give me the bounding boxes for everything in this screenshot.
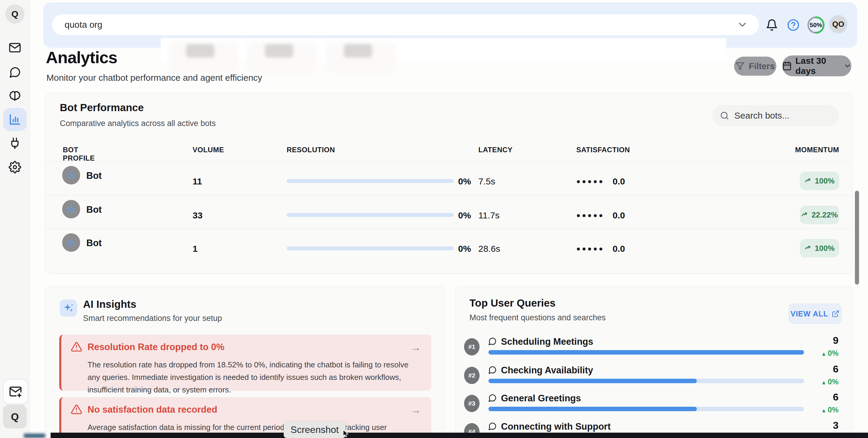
bot-row[interactable]: Bot330%11.7s●●●●●0.022.22% xyxy=(45,195,852,229)
sidebar-item-brain[interactable] xyxy=(9,90,21,103)
bot-search-input[interactable] xyxy=(734,110,830,121)
query-count: 6 xyxy=(833,391,839,403)
query-bar-fill xyxy=(489,379,697,383)
ai-insights-card: AI Insights Smart recommendations for yo… xyxy=(45,286,445,438)
external-link-icon xyxy=(832,310,839,318)
bot-avatar xyxy=(62,233,80,252)
query-change: ▲0% xyxy=(821,378,839,386)
chat-bubble-icon xyxy=(488,337,497,346)
bar-chart-icon xyxy=(8,113,22,126)
mouse-cursor xyxy=(342,429,351,438)
query-count: 3 xyxy=(833,419,839,431)
notifications-button[interactable] xyxy=(765,19,778,32)
arrow-right-icon[interactable]: → xyxy=(410,341,421,354)
bot-latency: 11.7s xyxy=(478,210,499,221)
account-avatar[interactable]: Q xyxy=(3,405,27,429)
bell-icon xyxy=(766,19,778,31)
view-all-button[interactable]: VIEW ALL xyxy=(788,303,841,324)
usage-ring[interactable]: 50% xyxy=(807,16,825,34)
alert-body: The resolution rate has dropped from 18.… xyxy=(88,358,413,396)
bot-performance-title: Bot Performance xyxy=(60,101,144,114)
query-row[interactable]: #3General Greetings6▲0% xyxy=(456,390,852,418)
top-queries-title: Top User Queries xyxy=(469,297,555,309)
bot-resolution: 0% xyxy=(458,244,471,254)
app-logo[interactable]: Q xyxy=(5,4,24,24)
query-bar-fill xyxy=(489,407,697,411)
mail-plus-icon xyxy=(9,385,22,398)
bot-search[interactable] xyxy=(712,105,839,126)
query-row[interactable]: #1Scheduling Meetings9▲0% xyxy=(456,333,852,361)
mail-icon xyxy=(9,41,21,54)
triangle-up-icon: ▲ xyxy=(821,407,827,414)
satisfaction-dots: ●●●●● xyxy=(576,244,604,253)
resolution-bar xyxy=(287,179,454,183)
triangle-up-icon: ▲ xyxy=(821,379,827,385)
rank-badge: #3 xyxy=(464,395,479,412)
chevron-down-icon[interactable] xyxy=(737,19,748,30)
bot-row[interactable]: Bot10%28.6s●●●●●0.0100% xyxy=(45,229,852,270)
help-button[interactable] xyxy=(787,19,800,32)
top-queries-subtitle: Most frequent questions and searches xyxy=(469,313,606,322)
query-change: ▲0% xyxy=(821,406,839,414)
momentum-value: 100% xyxy=(815,244,835,253)
bot-performance-card: Bot Performance Comparative analytics ac… xyxy=(45,93,852,273)
page-subtitle: Monitor your chatbot performance and age… xyxy=(46,73,262,83)
arrow-right-icon[interactable]: → xyxy=(410,404,421,416)
bot-volume: 33 xyxy=(193,210,203,221)
scrollbar-thumb[interactable] xyxy=(855,191,859,285)
bot-satisfaction: 0.0 xyxy=(613,210,625,221)
query-row[interactable]: #2Checking Availability6▲0% xyxy=(456,362,852,390)
sidebar-item-settings[interactable] xyxy=(9,161,21,173)
usage-percent: 50% xyxy=(807,16,825,34)
global-search-input[interactable] xyxy=(52,14,759,35)
bot-name: Bot xyxy=(86,238,102,249)
sidebar-item-integrations[interactable] xyxy=(9,137,21,150)
triangle-up-icon: ▲ xyxy=(821,351,827,357)
insight-alert[interactable]: Resolution Rate dropped to 0% → The reso… xyxy=(59,334,431,390)
screenshot-tooltip: Screenshot xyxy=(284,421,346,438)
momentum-value: 22.22% xyxy=(811,210,838,220)
search-icon xyxy=(720,111,729,120)
col-volume: VOLUME xyxy=(193,146,224,154)
bottom-edge-artifact xyxy=(24,434,45,438)
date-range-button[interactable]: Last 30 days xyxy=(782,55,851,76)
gear-icon xyxy=(9,161,21,173)
filters-label: Filters xyxy=(749,61,775,71)
plug-icon xyxy=(9,137,21,150)
trending-up-icon xyxy=(804,177,812,185)
query-bar-fill xyxy=(489,350,804,355)
skeleton-card xyxy=(326,42,396,73)
filters-button[interactable]: Filters xyxy=(734,57,776,76)
page-title: Analytics xyxy=(46,48,117,67)
chat-icon xyxy=(9,66,21,79)
sidebar-item-chat[interactable] xyxy=(9,66,21,79)
alert-title: No satisfaction data recorded xyxy=(88,404,217,415)
query-label: General Greetings xyxy=(501,393,581,404)
query-count: 6 xyxy=(833,363,839,375)
query-bar-track xyxy=(489,379,804,383)
query-count: 9 xyxy=(833,334,839,346)
sidebar-item-analytics-active[interactable] xyxy=(3,108,27,131)
bot-name: Bot xyxy=(86,204,102,215)
bot-row[interactable]: Bot110%7.5s●●●●●0.0100% xyxy=(45,161,852,196)
bottom-window-edge xyxy=(51,433,868,438)
bot-volume: 11 xyxy=(193,176,202,186)
sparkles-icon xyxy=(60,299,77,317)
col-bot-profile: BOT PROFILE xyxy=(63,146,95,163)
bot-resolution: 0% xyxy=(458,176,471,186)
ai-insights-title: AI Insights xyxy=(83,298,136,310)
user-avatar[interactable]: QO xyxy=(829,15,847,33)
help-circle-icon xyxy=(787,19,800,31)
alert-title: Resolution Rate dropped to 0% xyxy=(88,342,224,352)
compose-mail-button[interactable] xyxy=(3,379,28,404)
query-bar-track xyxy=(489,407,804,411)
chevron-down-icon xyxy=(844,62,851,70)
query-label: Checking Availability xyxy=(501,365,593,376)
bot-latency: 28.6s xyxy=(478,244,500,254)
insight-alert[interactable]: No satisfaction data recorded → Average … xyxy=(59,397,431,438)
sidebar: Q Q xyxy=(0,0,30,438)
satisfaction-dots: ●●●●● xyxy=(576,177,604,185)
funnel-icon xyxy=(736,62,744,70)
bot-avatar xyxy=(62,200,80,218)
sidebar-item-mail[interactable] xyxy=(9,41,21,54)
